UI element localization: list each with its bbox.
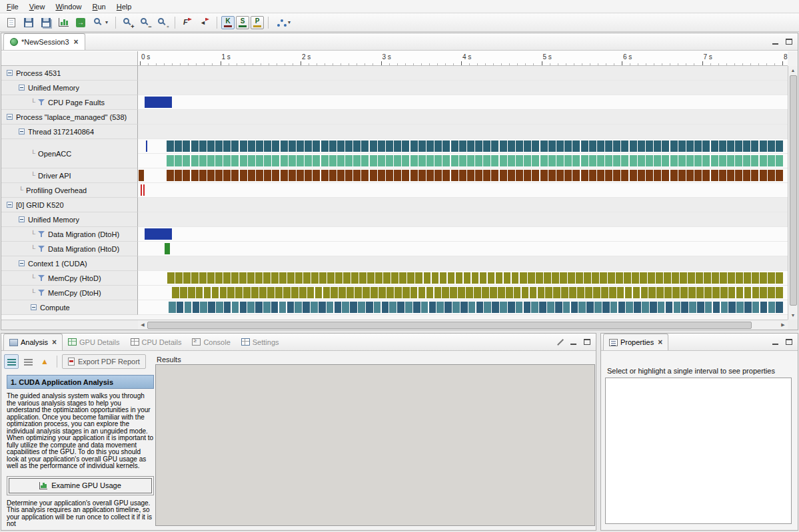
timeline-interval[interactable] <box>516 302 523 313</box>
timeline-interval[interactable] <box>200 302 207 313</box>
timeline-interval[interactable] <box>760 302 768 313</box>
timeline-interval[interactable] <box>674 302 681 313</box>
timeline-interval[interactable] <box>605 140 612 152</box>
timeline-interval[interactable] <box>243 287 251 298</box>
timeline-interval[interactable] <box>199 155 207 166</box>
save-all-button[interactable] <box>38 15 54 31</box>
timeline-interval[interactable] <box>335 302 342 313</box>
timeline-interval[interactable] <box>240 302 247 313</box>
timeline-interval[interactable] <box>488 272 495 284</box>
timeline-interval[interactable] <box>776 170 783 181</box>
minimize-button[interactable] <box>770 37 781 47</box>
vertical-scrollbar[interactable]: ▲ ▼ <box>788 66 798 320</box>
timeline-interval[interactable] <box>648 287 656 298</box>
timeline-interval[interactable] <box>662 170 669 181</box>
timeline-interval[interactable] <box>498 287 505 298</box>
maximize-button[interactable] <box>581 337 592 347</box>
timeline-interval[interactable] <box>713 302 720 313</box>
vertical-scroll-thumb[interactable] <box>790 75 797 306</box>
timeline-interval[interactable] <box>353 155 361 166</box>
timeline-interval[interactable] <box>712 287 720 298</box>
timeline-interval[interactable] <box>175 140 182 152</box>
timeline-interval[interactable] <box>239 272 247 284</box>
timeline-interval[interactable] <box>539 302 546 313</box>
timeline-interval[interactable] <box>315 287 323 298</box>
timeline-interval[interactable] <box>452 302 460 313</box>
timeline-interval[interactable] <box>271 272 279 284</box>
timeline-lane[interactable] <box>138 183 788 198</box>
search-menu-button[interactable]: ▾ <box>90 15 111 31</box>
timeline-interval[interactable] <box>185 302 192 313</box>
timeline-interval[interactable] <box>524 302 531 313</box>
timeline-interval[interactable] <box>638 170 645 181</box>
timeline-interval[interactable] <box>496 272 503 284</box>
timeline-interval[interactable] <box>605 170 612 181</box>
collapse-toggle-icon[interactable] <box>19 85 25 91</box>
timeline-interval[interactable] <box>538 287 545 298</box>
timeline-interval[interactable] <box>752 302 760 313</box>
close-icon[interactable]: × <box>52 338 57 347</box>
timeline-interval[interactable] <box>508 155 515 166</box>
timeline-interval[interactable] <box>621 140 628 152</box>
timeline-interval[interactable] <box>240 170 247 181</box>
timeline-lane[interactable] <box>138 168 788 183</box>
timeline-interval[interactable] <box>646 140 653 152</box>
timeline-interval[interactable] <box>638 140 645 152</box>
timeline-interval[interactable] <box>231 140 239 152</box>
timeline-interval[interactable] <box>552 272 559 284</box>
timeline-interval[interactable] <box>547 302 554 313</box>
timeline-interval[interactable] <box>624 272 631 284</box>
timeline-interval[interactable] <box>183 140 190 152</box>
timeline-interval[interactable] <box>576 272 583 284</box>
timeline-interval[interactable] <box>712 272 719 284</box>
timeline-interval[interactable] <box>434 287 442 298</box>
filter-icon[interactable] <box>38 230 45 238</box>
timeline-interval[interactable] <box>188 287 195 298</box>
timeline-interval[interactable] <box>540 170 548 181</box>
timeline-interval[interactable] <box>297 155 304 166</box>
timeline-interval[interactable] <box>191 155 199 166</box>
timeline-interval[interactable] <box>630 170 637 181</box>
timeline-interval[interactable] <box>561 287 568 298</box>
timeline-interval[interactable] <box>281 155 288 166</box>
close-icon[interactable]: × <box>658 338 662 347</box>
timeline-interval[interactable] <box>263 272 271 284</box>
timeline-interval[interactable] <box>491 155 498 166</box>
timeline-interval[interactable] <box>394 155 401 166</box>
timeline-interval[interactable] <box>220 287 227 298</box>
timeline-interval[interactable] <box>646 170 653 181</box>
collapse-toggle-icon[interactable] <box>19 129 25 134</box>
row-label-process-4531[interactable]: Process 4531 <box>1 66 138 81</box>
timeline-interval[interactable] <box>702 140 710 152</box>
timeline-interval[interactable] <box>743 140 750 152</box>
timeline-interval[interactable] <box>223 140 231 152</box>
timeline-interval[interactable] <box>589 155 596 166</box>
tab-properties[interactable]: Properties × <box>603 334 668 350</box>
guided-analysis-button[interactable] <box>4 354 19 369</box>
timeline-interval[interactable] <box>275 287 283 298</box>
timeline-interval[interactable] <box>702 170 710 181</box>
timeline-interval[interactable] <box>212 287 219 298</box>
timeline-interval[interactable] <box>467 140 474 152</box>
timeline-interval[interactable] <box>577 287 584 298</box>
row-label-data-migration-htod[interactable]: └Data Migration (HtoD) <box>1 242 138 256</box>
scroll-down-icon[interactable]: ▼ <box>791 311 796 320</box>
timeline-interval[interactable] <box>415 272 422 284</box>
collapse-toggle-icon[interactable] <box>19 216 25 222</box>
timeline-interval[interactable] <box>305 155 312 166</box>
timeline-interval[interactable] <box>650 302 657 313</box>
next-marker-button[interactable]: F <box>179 15 195 31</box>
timeline-interval[interactable] <box>524 140 531 152</box>
timeline-interval[interactable] <box>602 302 610 313</box>
timeline-interval[interactable] <box>751 140 758 152</box>
timeline-interval[interactable] <box>199 140 207 152</box>
timeline-interval[interactable] <box>394 140 401 152</box>
timeline-interval[interactable] <box>287 302 295 313</box>
timeline-interval[interactable] <box>289 155 296 166</box>
timeline-interval[interactable] <box>379 287 386 298</box>
timeline-interval[interactable] <box>169 302 176 313</box>
timeline-interval[interactable] <box>678 140 686 152</box>
tab-cpu-details[interactable]: CPU Details <box>125 334 187 350</box>
timeline-interval[interactable] <box>751 155 758 166</box>
session-tab[interactable]: *NewSession3 × <box>3 33 85 50</box>
